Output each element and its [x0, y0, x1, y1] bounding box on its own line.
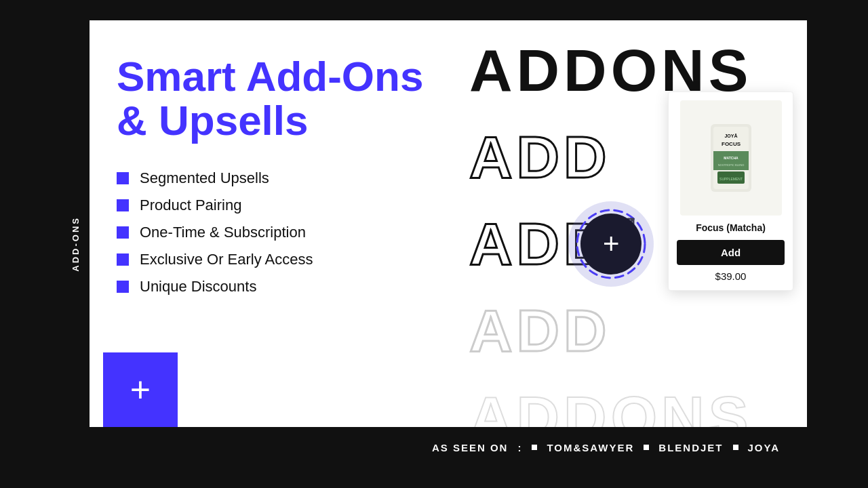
top-section: Smart Add-Ons & Upsells Segmented Upsell… — [90, 20, 807, 468]
product-name: Focus (Matcha) — [696, 222, 766, 233]
addons-row-4: ADD — [469, 296, 807, 365]
separator-icon — [532, 445, 537, 450]
sidebar-label: ADD-ONS — [71, 216, 81, 272]
right-panel: ADDONS ADD ADD ADD ADDONS — [469, 20, 807, 468]
brand-joya: JOYA — [748, 442, 780, 453]
product-image-svg: JOYĀ FOCUS MATCHA NOOTROPIC BLEND SUPPLE… — [704, 117, 758, 199]
svg-text:JOYĀ: JOYĀ — [724, 134, 737, 138]
product-add-button[interactable]: Add — [677, 240, 785, 265]
svg-text:NOOTROPIC BLEND: NOOTROPIC BLEND — [717, 163, 744, 167]
product-card: JOYĀ FOCUS MATCHA NOOTROPIC BLEND SUPPLE… — [668, 92, 793, 291]
bullet-list: Segmented Upsells Product Pairing One-Ti… — [117, 169, 442, 296]
separator-icon — [733, 445, 738, 450]
brand-tom-sawyer: TOM&SAWYER — [547, 442, 634, 453]
bullet-icon — [117, 226, 129, 239]
separator-icon — [644, 445, 649, 450]
list-item: Segmented Upsells — [117, 169, 442, 187]
as-seen-on-text: AS SEEN ON : TOM&SAWYER BLENDJET JOYA — [432, 442, 780, 453]
brand-blendjet: BLENDJET — [658, 442, 723, 453]
bottom-bar: AS SEEN ON : TOM&SAWYER BLENDJET JOYA — [90, 427, 807, 468]
svg-text:SUPPLEMENT: SUPPLEMENT — [719, 177, 743, 181]
svg-rect-2 — [713, 151, 749, 170]
bullet-icon — [117, 199, 129, 211]
list-item: One-Time & Subscription — [117, 224, 442, 241]
plus-button[interactable]: + — [103, 352, 178, 427]
main-title: Smart Add-Ons & Upsells — [117, 54, 442, 142]
bullet-icon — [117, 172, 129, 184]
main-content: Smart Add-Ons & Upsells Segmented Upsell… — [90, 20, 807, 468]
list-item: Unique Discounts — [117, 278, 442, 296]
sidebar: ADD-ONS — [61, 20, 90, 468]
plus-icon: + — [603, 230, 620, 258]
product-price: $39.00 — [715, 270, 747, 282]
list-item: Product Pairing — [117, 197, 442, 214]
slide-container: ADD-ONS Smart Add-Ons & Upsells Segmente… — [61, 20, 807, 468]
plus-icon: + — [130, 372, 151, 407]
bullet-icon — [117, 253, 129, 266]
svg-text:FOCUS: FOCUS — [722, 141, 741, 147]
list-item: Exclusive Or Early Access — [117, 251, 442, 268]
svg-text:MATCHA: MATCHA — [724, 156, 738, 160]
product-image: JOYĀ FOCUS MATCHA NOOTROPIC BLEND SUPPLE… — [680, 100, 782, 216]
bullet-icon — [117, 281, 129, 293]
circle-add-button[interactable]: + — [580, 214, 642, 274]
